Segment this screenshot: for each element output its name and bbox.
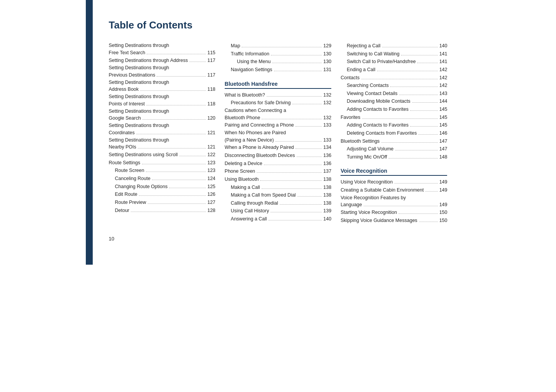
toc-entry-label: Using Voice Recognition xyxy=(341,178,393,186)
toc-page: 138 xyxy=(323,183,331,192)
toc-entry: Creating a Suitable Cabin Environment 14… xyxy=(341,186,447,194)
toc-page: 149 xyxy=(439,178,447,186)
toc-dots xyxy=(142,164,206,164)
toc-page: 127 xyxy=(207,199,215,207)
toc-entry: Turning Mic On/Off 148 xyxy=(341,153,447,161)
toc-dots xyxy=(399,95,438,95)
toc-dots xyxy=(148,204,206,204)
toc-page: 122 xyxy=(207,151,215,159)
toc-page: 124 xyxy=(207,175,215,183)
toc-entry-line1: Setting Destinations through xyxy=(109,122,215,129)
toc-entry-label: Traffic Information xyxy=(231,50,269,58)
toc-entry: Voice Recognition Features by Language 1… xyxy=(341,194,447,209)
toc-entry: Navigation Settings 131 xyxy=(225,66,331,74)
toc-entry: Contacts 142 xyxy=(341,74,447,82)
toc-dots xyxy=(410,110,438,111)
section-header: Bluetooth Handsfree xyxy=(225,81,331,89)
toc-dots xyxy=(399,214,438,214)
toc-entry-line2: Bluetooth Phone xyxy=(225,114,260,122)
toc-dots xyxy=(274,71,322,71)
toc-entry-label: Calling through Redial xyxy=(231,199,278,207)
toc-page: 149 xyxy=(439,186,447,194)
toc-entry-label: Adding Contacts to Favorites xyxy=(347,121,409,129)
toc-dots xyxy=(297,196,322,197)
toc-entry: Bluetooth Settings 147 xyxy=(341,137,447,145)
toc-page: 138 xyxy=(323,175,331,183)
toc-page: 139 xyxy=(323,207,331,215)
toc-page: 115 xyxy=(207,49,215,57)
toc-dots xyxy=(152,180,206,180)
toc-page: 130 xyxy=(323,50,331,58)
toc-page: 150 xyxy=(439,209,447,217)
toc-entry: Downloading Mobile Contacts 144 xyxy=(341,97,447,105)
toc-entry: Disconnecting Bluetooth Devices 136 xyxy=(225,152,331,160)
toc-entry-label: Creating a Suitable Cabin Environment xyxy=(341,186,424,194)
toc-entry-label: Downloading Mobile Contacts xyxy=(347,97,410,105)
col2: Map 129 Traffic Information 130 Using th… xyxy=(225,42,341,224)
toc-page: 136 xyxy=(323,152,331,160)
toc-entry-label: Route Screen xyxy=(115,167,144,175)
toc-page: 123 xyxy=(207,167,215,175)
toc-dots xyxy=(169,188,206,188)
toc-entry: Using Bluetooth 138 xyxy=(225,175,331,183)
toc-page: 121 xyxy=(207,143,215,151)
toc-entry: Setting Destinations through Address 117 xyxy=(109,57,215,65)
toc-dots xyxy=(179,156,206,156)
toc-entry: Phone Screen 137 xyxy=(225,167,331,175)
toc-entry: Route Preview 127 xyxy=(109,199,215,207)
toc-page: 149 xyxy=(439,201,447,209)
toc-entry-label: Skipping Voice Guidance Messages xyxy=(341,217,417,225)
toc-entry-line1: When No Phones are Paired xyxy=(225,129,331,137)
toc-entry-label: Using Call History xyxy=(231,207,269,215)
toc-entry: Cautions when Connecting a Bluetooth Pho… xyxy=(225,107,331,122)
toc-entry-label: Deleting Contacts from Favorites xyxy=(347,129,417,137)
toc-dots xyxy=(139,195,206,196)
toc-entry: Starting Voice Recognition 150 xyxy=(341,209,447,217)
toc-page: 142 xyxy=(439,74,447,82)
toc-dots xyxy=(292,104,322,104)
toc-entry: Viewing Contact Details 143 xyxy=(341,90,447,98)
toc-page: 133 xyxy=(323,121,331,129)
toc-entry: Setting Destinations through Nearby POIs… xyxy=(109,137,215,151)
toc-page: 120 xyxy=(207,115,215,122)
toc-entry-label: Starting Voice Recognition xyxy=(341,209,397,217)
toc-entry: Switching to Call Waiting 141 xyxy=(341,50,447,58)
toc-dots xyxy=(146,172,206,172)
toc-page: 133 xyxy=(323,137,331,144)
toc-entry: Making a Call 138 xyxy=(225,183,331,192)
toc-dots xyxy=(382,47,438,47)
toc-entry-line1: Setting Destinations through xyxy=(109,137,215,144)
toc-page: 125 xyxy=(207,183,215,191)
toc-page: 132 xyxy=(323,99,331,107)
toc-entry: Setting Destinations using Scroll 122 xyxy=(109,151,215,159)
toc-entry: Adding Contacts to Favorites 145 xyxy=(341,121,447,129)
toc-entry: When a Phone is Already Paired 134 xyxy=(225,143,331,152)
toc-dots xyxy=(389,158,438,158)
col3: Rejecting a Call 140 Switching to Call W… xyxy=(341,42,447,224)
toc-entry: Changing Route Options 125 xyxy=(109,183,215,191)
toc-entry-line1: Setting Destinations through xyxy=(109,42,215,49)
toc-entry-label: Edit Route xyxy=(115,190,137,199)
section-header: Voice Recognition xyxy=(341,168,447,176)
toc-entry-line1: Cautions when Connecting a xyxy=(225,107,331,114)
toc-entry: Pairing and Connecting a Phone 133 xyxy=(225,121,331,129)
toc-entry: Route Settings 123 xyxy=(109,159,215,167)
toc-dots xyxy=(412,102,438,103)
toc-entry: Calling through Redial 138 xyxy=(225,199,331,207)
toc-dots xyxy=(395,150,438,150)
toc-dots xyxy=(296,126,322,127)
toc-dots xyxy=(260,180,322,181)
toc-entry-label: Contacts xyxy=(341,74,359,82)
toc-dots xyxy=(364,206,438,206)
toc-dots xyxy=(417,63,437,63)
toc-dots xyxy=(390,87,437,87)
toc-entry-label: Pairing and Connecting a Phone xyxy=(225,121,294,129)
toc-entry-line2: Free Text Search xyxy=(109,49,145,57)
toc-dots xyxy=(271,55,322,55)
toc-page: 130 xyxy=(323,58,331,66)
toc-entry-label: Viewing Contact Details xyxy=(347,90,397,98)
toc-entry-label: Route Settings xyxy=(109,159,140,167)
toc-dots xyxy=(272,63,322,63)
toc-dots xyxy=(296,148,322,149)
toc-page: 131 xyxy=(323,66,331,74)
